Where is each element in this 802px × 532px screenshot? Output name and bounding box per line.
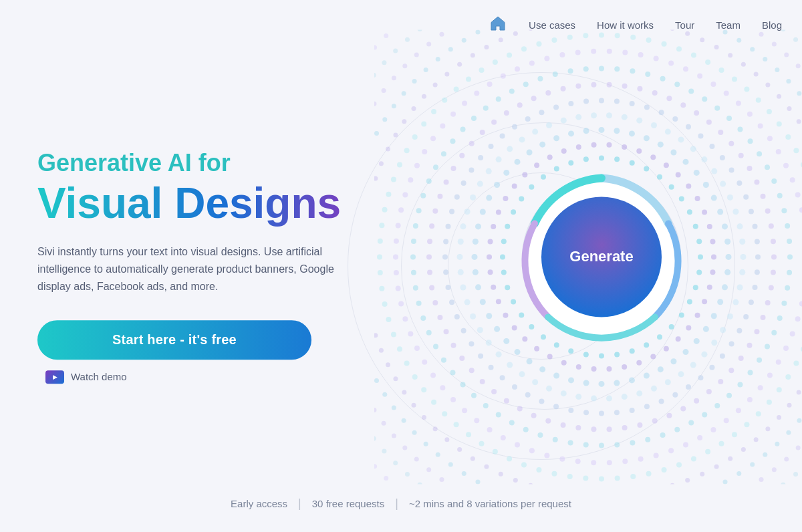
- svg-point-249: [672, 116, 678, 122]
- svg-point-631: [393, 132, 398, 137]
- svg-point-237: [500, 134, 505, 139]
- svg-point-223: [461, 328, 466, 334]
- svg-point-535: [382, 207, 388, 213]
- svg-point-226: [445, 285, 450, 290]
- svg-point-149: [651, 386, 657, 392]
- svg-point-298: [432, 209, 438, 214]
- svg-point-8: [630, 348, 635, 354]
- svg-point-2: [693, 285, 698, 290]
- svg-point-367: [411, 270, 416, 275]
- svg-point-711: [382, 392, 387, 397]
- svg-point-440: [422, 360, 427, 365]
- svg-point-228: [442, 254, 448, 259]
- svg-point-15: [529, 324, 534, 329]
- svg-point-181: [591, 112, 597, 118]
- svg-point-837: [414, 52, 419, 57]
- cta-button[interactable]: Start here - it's free: [37, 320, 311, 360]
- watch-demo-link[interactable]: Watch demo: [37, 370, 352, 384]
- svg-point-516: [507, 456, 512, 461]
- svg-point-67: [503, 196, 508, 201]
- svg-point-266: [747, 343, 752, 348]
- nav-tour[interactable]: Tour: [675, 19, 694, 31]
- svg-point-285: [491, 389, 497, 394]
- svg-point-42: [707, 285, 712, 290]
- svg-point-785: [772, 467, 777, 472]
- svg-point-279: [575, 425, 581, 430]
- svg-point-512: [567, 474, 573, 479]
- svg-point-83: [702, 209, 707, 215]
- svg-point-187: [678, 136, 684, 142]
- svg-point-47: [664, 346, 669, 352]
- svg-point-278: [591, 426, 596, 432]
- svg-point-215: [553, 404, 559, 409]
- svg-point-511: [583, 476, 588, 481]
- svg-point-313: [607, 82, 612, 88]
- svg-point-565: [756, 98, 761, 103]
- svg-point-122: [553, 135, 559, 141]
- svg-point-220: [489, 365, 494, 370]
- svg-point-99: [599, 381, 605, 387]
- svg-point-430: [544, 452, 549, 458]
- svg-point-397: [737, 126, 743, 132]
- svg-point-660: [787, 106, 791, 111]
- svg-point-94: [670, 358, 676, 364]
- svg-point-1032: [384, 476, 388, 481]
- nav-how-it-works[interactable]: How it works: [597, 19, 654, 31]
- svg-point-65: [491, 224, 496, 229]
- svg-point-606: [499, 472, 503, 477]
- svg-point-426: [607, 460, 612, 465]
- svg-point-414: [767, 373, 773, 378]
- svg-point-194: [737, 223, 743, 229]
- svg-point-90: [711, 313, 717, 319]
- svg-point-681: [797, 418, 801, 423]
- svg-point-272: [680, 406, 686, 412]
- svg-point-3: [687, 299, 692, 305]
- svg-point-354: [523, 427, 529, 432]
- svg-point-118: [503, 170, 509, 176]
- svg-point-448: [394, 239, 399, 244]
- svg-point-472: [668, 61, 674, 66]
- svg-point-527: [391, 331, 396, 337]
- home-icon[interactable]: [489, 14, 507, 35]
- svg-point-784: [784, 456, 789, 461]
- svg-point-344: [674, 427, 680, 432]
- nav-blog[interactable]: Blog: [762, 19, 782, 31]
- svg-point-369: [411, 239, 416, 244]
- nav-use-cases[interactable]: Use cases: [529, 19, 575, 31]
- svg-point-339: [737, 382, 743, 387]
- svg-point-446: [394, 270, 399, 275]
- nav-team[interactable]: Team: [716, 19, 741, 31]
- svg-point-712: [374, 378, 379, 383]
- svg-point-594: [685, 478, 690, 483]
- svg-point-630: [386, 146, 390, 151]
- svg-point-108: [486, 313, 492, 319]
- svg-point-636: [444, 72, 449, 77]
- svg-point-529: [382, 301, 388, 307]
- svg-point-214: [568, 408, 573, 413]
- svg-point-520: [454, 422, 459, 427]
- svg-point-80: [676, 172, 681, 178]
- svg-point-180: [575, 114, 581, 120]
- svg-point-515: [521, 462, 527, 467]
- svg-point-282: [531, 413, 537, 418]
- svg-point-81: [686, 183, 691, 188]
- svg-point-210: [630, 408, 635, 413]
- svg-point-326: [761, 194, 766, 199]
- svg-point-462: [515, 66, 520, 72]
- svg-point-259: [755, 239, 760, 244]
- svg-point-505: [676, 462, 682, 467]
- svg-point-55: [547, 354, 553, 360]
- svg-point-380: [496, 96, 501, 102]
- svg-point-75: [606, 142, 612, 148]
- svg-point-179: [561, 118, 567, 124]
- svg-point-115: [480, 209, 486, 215]
- svg-point-349: [599, 442, 604, 448]
- svg-point-595: [670, 483, 675, 485]
- svg-point-225: [449, 299, 454, 305]
- svg-point-629: [379, 161, 384, 166]
- svg-point-277: [607, 426, 612, 432]
- svg-point-264: [761, 315, 766, 320]
- svg-point-370: [413, 223, 418, 229]
- svg-point-61: [491, 285, 496, 290]
- svg-point-331: [787, 270, 792, 275]
